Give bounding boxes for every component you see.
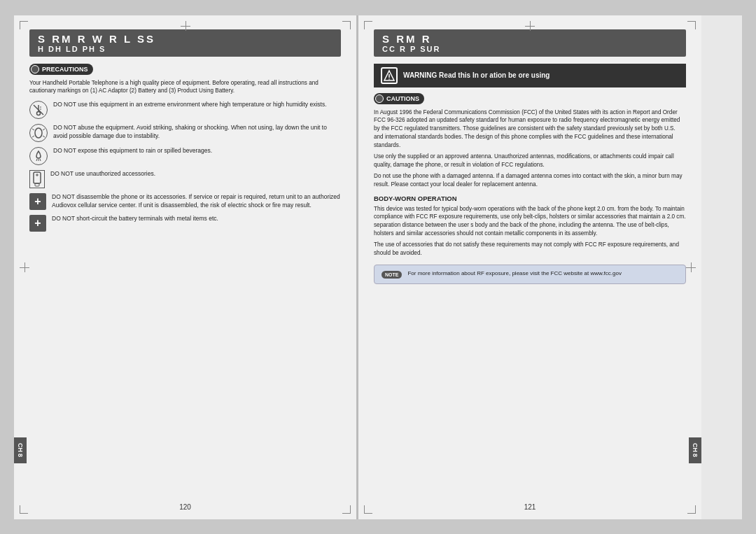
corner-br xyxy=(342,505,351,514)
rain-icon xyxy=(29,147,48,165)
right-side-tab-num: 8 xyxy=(692,454,699,457)
left-side-tab-num: 8 xyxy=(17,454,24,457)
cross-icon-1: + xyxy=(29,193,46,210)
precaution-text-3: DO NOT expose this equipment to rain or … xyxy=(53,147,212,155)
body-worn-text-2: The use of accessories that do not satis… xyxy=(374,241,686,258)
temperature-icon xyxy=(29,101,48,119)
precaution-text-5: DO NOT disassemble the phone or its acce… xyxy=(52,193,341,210)
right-side-tab-label: CH xyxy=(692,443,699,452)
cautions-text-1: In August 1996 the Federal Communication… xyxy=(374,108,686,150)
crosshair-mid-right xyxy=(686,262,696,272)
corner-bl xyxy=(20,505,28,514)
svg-point-5 xyxy=(35,128,42,138)
right-header-band: S RM R CC R P SUR xyxy=(374,29,686,57)
svg-line-6 xyxy=(32,129,34,130)
r-corner-br xyxy=(687,505,696,514)
r-corner-tl xyxy=(364,21,372,29)
note-box: NOTE For more information about RF expos… xyxy=(374,265,686,284)
precaution-text-4: DO NOT use unauthorized accessories. xyxy=(50,170,155,178)
precaution-item-3: DO NOT expose this equipment to rain or … xyxy=(29,147,341,165)
note-text: For more information about RF exposure, … xyxy=(407,270,621,276)
warning-icon xyxy=(381,67,398,84)
note-badge: NOTE xyxy=(382,271,402,279)
r-corner-bl xyxy=(364,505,372,514)
warning-banner: WARNING Read this In or ation be ore usi… xyxy=(374,64,686,87)
right-header-line2: CC R P SUR xyxy=(382,45,440,53)
cautions-badge-circle xyxy=(375,94,384,103)
left-side-tab-label: CH xyxy=(17,443,24,452)
svg-line-10 xyxy=(36,159,37,161)
precaution-item-4: DO NOT use unauthorized accessories. xyxy=(29,170,341,188)
svg-point-19 xyxy=(388,78,390,80)
cross-icon-2: + xyxy=(29,215,46,232)
precaution-text-6: DO NOT short-circuit the battery termina… xyxy=(52,215,218,223)
left-side-tab: CH 8 xyxy=(14,437,27,463)
cautions-badge: CAUTIONS xyxy=(374,93,424,104)
left-header-band: S RM R W R L SS H DH LD PH S xyxy=(29,29,341,57)
right-header-line1: S RM R xyxy=(382,33,432,45)
right-page-number: 121 xyxy=(524,503,536,511)
crosshair-top-right xyxy=(525,21,535,31)
page-container: S RM R W R L SS H DH LD PH S PRECAUTIONS… xyxy=(14,15,742,519)
svg-point-1 xyxy=(37,112,41,115)
left-header-line2: H DH LD PH S xyxy=(38,45,106,53)
svg-line-8 xyxy=(32,136,34,137)
svg-line-12 xyxy=(40,159,41,161)
precaution-item-2: DO NOT abuse the equipment. Avoid striki… xyxy=(29,124,341,142)
left-header-line1: S RM R W R L SS xyxy=(38,33,155,45)
cautions-text-3: Do not use the phone with a damaged ante… xyxy=(374,172,686,189)
shake-icon xyxy=(29,124,48,142)
svg-line-7 xyxy=(43,129,45,130)
right-page: S RM R CC R P SUR WARNING Read this In o… xyxy=(358,15,701,519)
cautions-text-2: Use only the supplied or an approved ant… xyxy=(374,153,686,169)
cautions-label: CAUTIONS xyxy=(386,95,419,102)
precaution-text-2: DO NOT abuse the equipment. Avoid striki… xyxy=(53,124,341,141)
crosshair-mid-left xyxy=(20,262,29,272)
left-page: S RM R W R L SS H DH LD PH S PRECAUTIONS… xyxy=(14,15,357,519)
left-intro-text: Your Handheld Portable Telephone is a hi… xyxy=(29,79,341,96)
corner-tl xyxy=(20,21,28,29)
crosshair-top-left xyxy=(181,21,190,31)
warning-text: WARNING Read this In or ation be ore usi… xyxy=(403,71,550,79)
badge-circle xyxy=(31,65,39,73)
corner-tr xyxy=(342,21,351,29)
right-side-tab: CH 8 xyxy=(689,437,701,463)
precautions-label: PRECAUTIONS xyxy=(42,66,88,73)
accessory-icon xyxy=(29,170,45,188)
precaution-item-6: + DO NOT short-circuit the battery termi… xyxy=(29,215,341,232)
precautions-badge: PRECAUTIONS xyxy=(29,64,93,75)
r-corner-tr xyxy=(687,21,696,29)
precaution-item-5: + DO NOT disassemble the phone or its ac… xyxy=(29,193,341,210)
body-worn-title: BODY-WORN OPERATION xyxy=(374,195,686,202)
precaution-text-1: DO NOT use this equipment in an extreme … xyxy=(53,101,327,109)
svg-line-9 xyxy=(43,136,45,137)
body-worn-text-1: This device was tested for typical body-… xyxy=(374,205,686,239)
left-page-number: 120 xyxy=(179,503,191,511)
precaution-item-1: DO NOT use this equipment in an extreme … xyxy=(29,101,341,119)
